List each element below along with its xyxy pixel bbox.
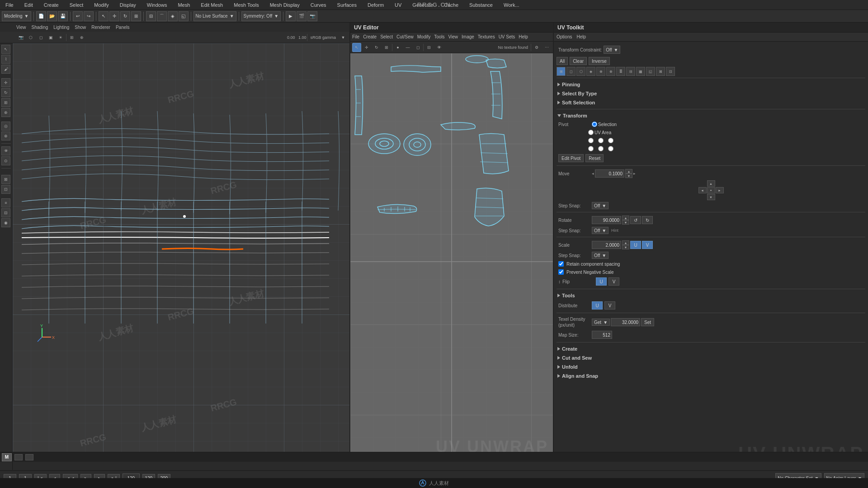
move-dir-up[interactable]: ▲ bbox=[707, 180, 715, 187]
pivot-r1[interactable] bbox=[588, 138, 594, 143]
scale-u-btn[interactable]: U bbox=[630, 241, 641, 249]
select-by-type-section[interactable]: Select By Type bbox=[557, 89, 865, 98]
prevent-neg-scale-checkbox[interactable] bbox=[558, 269, 564, 275]
render2-btn[interactable]: 🎬 bbox=[297, 11, 307, 21]
uv-menu-textures[interactable]: Textures bbox=[478, 34, 495, 39]
pivot-r2[interactable] bbox=[598, 138, 604, 143]
menu-modify[interactable]: Modify bbox=[92, 1, 110, 9]
pivot-r5[interactable] bbox=[598, 146, 604, 151]
tools-section[interactable]: Tools bbox=[557, 291, 865, 300]
viewport-menu-view[interactable]: View bbox=[16, 25, 26, 30]
rotate-value-input[interactable] bbox=[592, 216, 621, 224]
save-btn[interactable]: 💾 bbox=[58, 11, 68, 21]
render3-btn[interactable]: 📷 bbox=[307, 11, 317, 21]
viewport-menu-panels[interactable]: Panels bbox=[116, 25, 130, 30]
timeline-track[interactable] bbox=[0, 461, 868, 471]
lasso-btn[interactable]: ⌇ bbox=[1, 55, 10, 64]
radio-uv-area[interactable]: UV Area bbox=[588, 130, 611, 135]
soft-select-btn[interactable]: ◎ bbox=[1, 122, 10, 131]
snap-grid[interactable]: ⊟ bbox=[146, 11, 156, 21]
move-dir-down[interactable]: ▼ bbox=[707, 194, 715, 200]
distribute-v-btn[interactable]: V bbox=[604, 301, 615, 310]
reset-btn[interactable]: Reset bbox=[585, 154, 604, 162]
icon-grid-9[interactable]: ▦ bbox=[636, 67, 645, 76]
icon-grid-3[interactable]: ⬡ bbox=[576, 67, 585, 76]
mode-small-btn2[interactable] bbox=[25, 454, 33, 460]
create-section[interactable]: Create bbox=[557, 344, 865, 353]
menu-work[interactable]: Work... bbox=[502, 1, 521, 9]
uv-menu-file[interactable]: File bbox=[352, 34, 359, 39]
pivot-r6[interactable] bbox=[608, 146, 613, 151]
tc-dropdown[interactable]: Off ▼ bbox=[604, 46, 620, 54]
icon-grid-10[interactable]: ◱ bbox=[646, 67, 655, 76]
uv-move-btn[interactable]: ✛ bbox=[362, 43, 371, 52]
sculpt-btn[interactable]: ⊗ bbox=[1, 131, 10, 141]
uv-canvas[interactable]: UV Unwrap bbox=[350, 53, 553, 470]
align-snap-section[interactable]: Align and Snap bbox=[557, 371, 865, 380]
menu-uv[interactable]: UV bbox=[393, 1, 403, 9]
pivot-radio-selection[interactable] bbox=[592, 122, 597, 127]
uv-menu-uv-sets[interactable]: UV Sets bbox=[499, 34, 515, 39]
pivot-r3[interactable] bbox=[608, 138, 613, 143]
uv-more-btn[interactable]: ⋯ bbox=[542, 43, 551, 52]
move-dir-right[interactable]: ► bbox=[716, 187, 724, 193]
retain-spacing-checkbox[interactable] bbox=[558, 261, 564, 267]
menu-windows[interactable]: Windows bbox=[145, 1, 169, 9]
vp-smooth-btn[interactable]: ◻ bbox=[36, 33, 45, 42]
uv-menu-image[interactable]: Image bbox=[462, 34, 474, 39]
scale-tool[interactable]: ⊞ bbox=[131, 11, 141, 21]
uv-select-btn[interactable]: ↖ bbox=[352, 43, 361, 52]
edit-pivot-btn[interactable]: Edit Pivot bbox=[558, 154, 584, 162]
distribute-btn[interactable]: ⊟ bbox=[1, 208, 10, 217]
isolate-btn[interactable]: ⊙ bbox=[1, 156, 10, 165]
universal-tool[interactable]: ⊕ bbox=[1, 108, 10, 117]
map-size-input[interactable] bbox=[592, 331, 612, 339]
rotate-tool-left[interactable]: ↻ bbox=[1, 88, 10, 97]
vp-light-btn[interactable]: ☀ bbox=[56, 33, 65, 42]
open-btn[interactable]: 📂 bbox=[47, 11, 57, 21]
icon-grid-5[interactable]: ⊕ bbox=[596, 67, 605, 76]
menu-select[interactable]: Select bbox=[68, 1, 85, 9]
snapping-btn[interactable]: ⊠ bbox=[1, 175, 10, 184]
radio-selection[interactable]: Selection bbox=[592, 122, 617, 127]
vp-gamma-btn[interactable]: ▼ bbox=[339, 33, 348, 42]
step-snap-dropdown3[interactable]: Off▼ bbox=[592, 252, 609, 259]
step-snap-dropdown1[interactable]: Off▼ bbox=[592, 202, 609, 209]
align-btn[interactable]: ≡ bbox=[1, 198, 10, 207]
scale-value-input[interactable] bbox=[592, 241, 621, 249]
rotate-ccw-btn[interactable]: ↺ bbox=[630, 216, 641, 224]
menu-file[interactable]: File bbox=[4, 1, 15, 9]
texel-value-input[interactable] bbox=[611, 318, 640, 326]
rotate-down-btn[interactable]: ▼ bbox=[622, 220, 629, 225]
move-up-btn[interactable]: ▲ bbox=[625, 169, 632, 174]
toolkit-tab-options[interactable]: Options bbox=[557, 34, 572, 39]
all-btn[interactable]: All bbox=[557, 57, 568, 65]
flip-v-btn[interactable]: V bbox=[609, 277, 619, 286]
distribute-u-btn[interactable]: U bbox=[592, 301, 603, 310]
vp-wire-btn[interactable]: ⬡ bbox=[26, 33, 35, 42]
unfold-section[interactable]: Unfold bbox=[557, 362, 865, 371]
vp-flat-btn[interactable]: ▣ bbox=[46, 33, 55, 42]
3d-viewport[interactable]: 人人素材 RRCG 人人素材 RRCG 人人素材 RRCG 人人素材 RRCG … bbox=[13, 43, 349, 478]
vp-axis-btn[interactable]: ⊕ bbox=[77, 33, 86, 42]
snap-point[interactable]: ◈ bbox=[168, 11, 178, 21]
icon-grid-8[interactable]: ⊟ bbox=[626, 67, 635, 76]
uv-vert-btn[interactable]: ● bbox=[393, 43, 402, 52]
menu-mesh-tools[interactable]: Mesh Tools bbox=[232, 1, 260, 9]
scale-down-btn[interactable]: ▼ bbox=[622, 245, 629, 249]
flip-u-btn[interactable]: U bbox=[596, 277, 607, 286]
constraint-btn[interactable]: ⊡ bbox=[1, 185, 10, 194]
uv-menu-help[interactable]: Help bbox=[519, 34, 528, 39]
vp-cam-btn[interactable]: 📷 bbox=[16, 33, 25, 42]
m-mode-btn[interactable]: M bbox=[2, 453, 12, 461]
pinning-section[interactable]: Pinning bbox=[557, 80, 865, 89]
step-snap-dropdown2[interactable]: Off▼ bbox=[592, 227, 609, 234]
menu-create[interactable]: Create bbox=[42, 1, 61, 9]
move-dir-center[interactable]: ● bbox=[707, 187, 715, 193]
snap-curve[interactable]: ⌒ bbox=[157, 11, 167, 21]
menu-surfaces[interactable]: Surfaces bbox=[335, 1, 359, 9]
uv-menu-modify[interactable]: Modify bbox=[417, 34, 430, 39]
pivot-btn[interactable]: ◉ bbox=[1, 218, 10, 227]
menu-mesh[interactable]: Mesh bbox=[176, 1, 192, 9]
menu-display[interactable]: Display bbox=[118, 1, 138, 9]
